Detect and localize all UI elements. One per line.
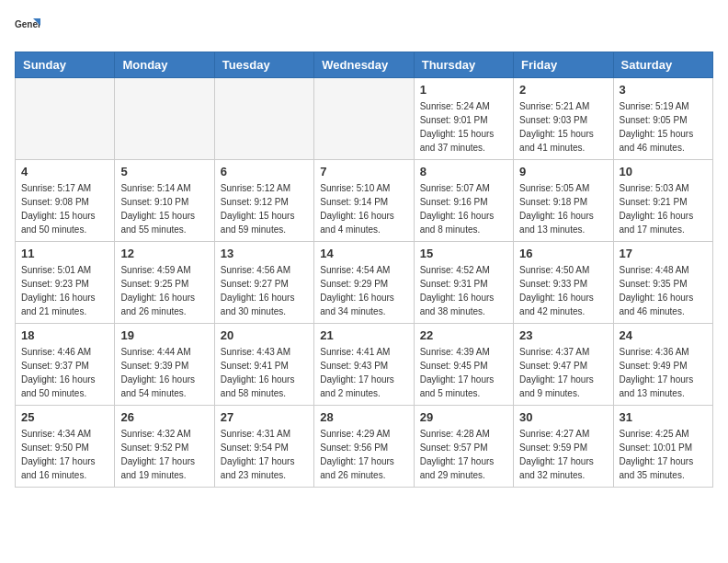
calendar-cell: 1Sunrise: 5:24 AM Sunset: 9:01 PM Daylig… <box>414 78 513 160</box>
calendar-cell: 8Sunrise: 5:07 AM Sunset: 9:16 PM Daylig… <box>414 160 513 242</box>
day-info: Sunrise: 4:29 AM Sunset: 9:56 PM Dayligh… <box>320 427 407 482</box>
day-number: 2 <box>519 83 607 97</box>
day-number: 6 <box>221 165 308 178</box>
day-number: 29 <box>420 410 507 424</box>
day-info: Sunrise: 5:17 AM Sunset: 9:08 PM Dayligh… <box>21 181 108 236</box>
day-number: 19 <box>120 328 208 342</box>
day-number: 22 <box>420 328 507 342</box>
calendar-cell: 2Sunrise: 5:21 AM Sunset: 9:03 PM Daylig… <box>514 78 613 160</box>
day-number: 18 <box>21 328 108 342</box>
calendar-cell: 15Sunrise: 4:52 AM Sunset: 9:31 PM Dayli… <box>414 242 513 324</box>
day-number: 26 <box>120 410 208 424</box>
day-info: Sunrise: 5:24 AM Sunset: 9:01 PM Dayligh… <box>420 99 507 155</box>
weekday-header-saturday: Saturday <box>613 52 712 78</box>
calendar-cell <box>214 78 313 160</box>
calendar-cell <box>314 78 414 160</box>
page-header: General <box>15 15 713 40</box>
calendar-cell: 10Sunrise: 5:03 AM Sunset: 9:21 PM Dayli… <box>613 160 712 242</box>
calendar-cell: 28Sunrise: 4:29 AM Sunset: 9:56 PM Dayli… <box>314 406 414 488</box>
day-info: Sunrise: 5:01 AM Sunset: 9:23 PM Dayligh… <box>21 263 108 318</box>
day-info: Sunrise: 4:48 AM Sunset: 9:35 PM Dayligh… <box>620 263 707 318</box>
day-number: 14 <box>320 247 407 260</box>
day-number: 20 <box>221 328 308 342</box>
weekday-header-tuesday: Tuesday <box>214 52 313 78</box>
day-number: 21 <box>320 328 407 342</box>
calendar-week-4: 18Sunrise: 4:46 AM Sunset: 9:37 PM Dayli… <box>16 324 713 406</box>
calendar-cell: 14Sunrise: 4:54 AM Sunset: 9:29 PM Dayli… <box>314 242 414 324</box>
logo: General <box>15 15 44 40</box>
calendar-week-5: 25Sunrise: 4:34 AM Sunset: 9:50 PM Dayli… <box>16 406 713 488</box>
day-number: 17 <box>620 247 707 260</box>
calendar-cell: 24Sunrise: 4:36 AM Sunset: 9:49 PM Dayli… <box>613 324 712 406</box>
day-info: Sunrise: 4:34 AM Sunset: 9:50 PM Dayligh… <box>21 427 108 482</box>
calendar-cell: 9Sunrise: 5:05 AM Sunset: 9:18 PM Daylig… <box>514 160 613 242</box>
day-number: 15 <box>420 247 507 260</box>
day-info: Sunrise: 4:41 AM Sunset: 9:43 PM Dayligh… <box>320 345 407 400</box>
day-info: Sunrise: 5:07 AM Sunset: 9:16 PM Dayligh… <box>420 181 507 236</box>
day-info: Sunrise: 5:05 AM Sunset: 9:18 PM Dayligh… <box>519 181 607 236</box>
day-number: 4 <box>21 165 108 178</box>
day-info: Sunrise: 4:46 AM Sunset: 9:37 PM Dayligh… <box>21 345 108 400</box>
day-info: Sunrise: 5:21 AM Sunset: 9:03 PM Dayligh… <box>519 99 607 155</box>
weekday-header-sunday: Sunday <box>16 52 115 78</box>
day-number: 7 <box>320 165 407 178</box>
calendar-cell: 21Sunrise: 4:41 AM Sunset: 9:43 PM Dayli… <box>314 324 414 406</box>
calendar-cell: 12Sunrise: 4:59 AM Sunset: 9:25 PM Dayli… <box>115 242 214 324</box>
day-number: 5 <box>120 165 208 178</box>
day-number: 13 <box>221 247 308 260</box>
calendar-week-1: 1Sunrise: 5:24 AM Sunset: 9:01 PM Daylig… <box>16 78 713 160</box>
day-info: Sunrise: 4:54 AM Sunset: 9:29 PM Dayligh… <box>320 263 407 318</box>
day-number: 28 <box>320 410 407 424</box>
calendar-cell <box>16 78 115 160</box>
day-number: 12 <box>120 247 208 260</box>
logo-icon: General <box>15 15 40 40</box>
day-info: Sunrise: 4:25 AM Sunset: 10:01 PM Daylig… <box>620 427 707 482</box>
day-info: Sunrise: 5:12 AM Sunset: 9:12 PM Dayligh… <box>221 181 308 236</box>
day-info: Sunrise: 4:56 AM Sunset: 9:27 PM Dayligh… <box>221 263 308 318</box>
day-info: Sunrise: 4:27 AM Sunset: 9:59 PM Dayligh… <box>519 427 607 482</box>
calendar-cell: 16Sunrise: 4:50 AM Sunset: 9:33 PM Dayli… <box>514 242 613 324</box>
calendar-cell: 20Sunrise: 4:43 AM Sunset: 9:41 PM Dayli… <box>214 324 313 406</box>
day-info: Sunrise: 5:19 AM Sunset: 9:05 PM Dayligh… <box>620 99 707 155</box>
day-number: 23 <box>519 328 607 342</box>
calendar-cell: 4Sunrise: 5:17 AM Sunset: 9:08 PM Daylig… <box>16 160 115 242</box>
calendar-cell: 25Sunrise: 4:34 AM Sunset: 9:50 PM Dayli… <box>16 406 115 488</box>
day-info: Sunrise: 4:50 AM Sunset: 9:33 PM Dayligh… <box>519 263 607 318</box>
day-info: Sunrise: 4:52 AM Sunset: 9:31 PM Dayligh… <box>420 263 507 318</box>
calendar-cell: 27Sunrise: 4:31 AM Sunset: 9:54 PM Dayli… <box>214 406 313 488</box>
calendar-week-3: 11Sunrise: 5:01 AM Sunset: 9:23 PM Dayli… <box>16 242 713 324</box>
calendar-cell: 11Sunrise: 5:01 AM Sunset: 9:23 PM Dayli… <box>16 242 115 324</box>
day-info: Sunrise: 4:44 AM Sunset: 9:39 PM Dayligh… <box>120 345 208 400</box>
day-number: 25 <box>21 410 108 424</box>
calendar-cell: 13Sunrise: 4:56 AM Sunset: 9:27 PM Dayli… <box>214 242 313 324</box>
calendar-cell: 30Sunrise: 4:27 AM Sunset: 9:59 PM Dayli… <box>514 406 613 488</box>
day-info: Sunrise: 4:32 AM Sunset: 9:52 PM Dayligh… <box>120 427 208 482</box>
calendar-cell: 17Sunrise: 4:48 AM Sunset: 9:35 PM Dayli… <box>613 242 712 324</box>
day-info: Sunrise: 5:03 AM Sunset: 9:21 PM Dayligh… <box>620 181 707 236</box>
calendar-cell: 19Sunrise: 4:44 AM Sunset: 9:39 PM Dayli… <box>115 324 214 406</box>
day-number: 8 <box>420 165 507 178</box>
day-info: Sunrise: 4:37 AM Sunset: 9:47 PM Dayligh… <box>519 345 607 400</box>
day-info: Sunrise: 4:28 AM Sunset: 9:57 PM Dayligh… <box>420 427 507 482</box>
day-info: Sunrise: 4:43 AM Sunset: 9:41 PM Dayligh… <box>221 345 308 400</box>
day-info: Sunrise: 4:36 AM Sunset: 9:49 PM Dayligh… <box>620 345 707 400</box>
calendar-header-row: SundayMondayTuesdayWednesdayThursdayFrid… <box>16 52 713 78</box>
calendar-cell <box>115 78 214 160</box>
calendar-cell: 26Sunrise: 4:32 AM Sunset: 9:52 PM Dayli… <box>115 406 214 488</box>
calendar-cell: 18Sunrise: 4:46 AM Sunset: 9:37 PM Dayli… <box>16 324 115 406</box>
calendar-cell: 31Sunrise: 4:25 AM Sunset: 10:01 PM Dayl… <box>613 406 712 488</box>
day-info: Sunrise: 4:31 AM Sunset: 9:54 PM Dayligh… <box>221 427 308 482</box>
weekday-header-monday: Monday <box>115 52 214 78</box>
calendar-table: SundayMondayTuesdayWednesdayThursdayFrid… <box>15 52 713 488</box>
calendar-cell: 22Sunrise: 4:39 AM Sunset: 9:45 PM Dayli… <box>414 324 513 406</box>
day-number: 27 <box>221 410 308 424</box>
day-number: 10 <box>620 165 707 178</box>
calendar-week-2: 4Sunrise: 5:17 AM Sunset: 9:08 PM Daylig… <box>16 160 713 242</box>
weekday-header-friday: Friday <box>514 52 613 78</box>
weekday-header-thursday: Thursday <box>414 52 513 78</box>
calendar-cell: 29Sunrise: 4:28 AM Sunset: 9:57 PM Dayli… <box>414 406 513 488</box>
calendar-cell: 3Sunrise: 5:19 AM Sunset: 9:05 PM Daylig… <box>613 78 712 160</box>
day-number: 24 <box>620 328 707 342</box>
calendar-cell: 23Sunrise: 4:37 AM Sunset: 9:47 PM Dayli… <box>514 324 613 406</box>
day-number: 31 <box>620 410 707 424</box>
